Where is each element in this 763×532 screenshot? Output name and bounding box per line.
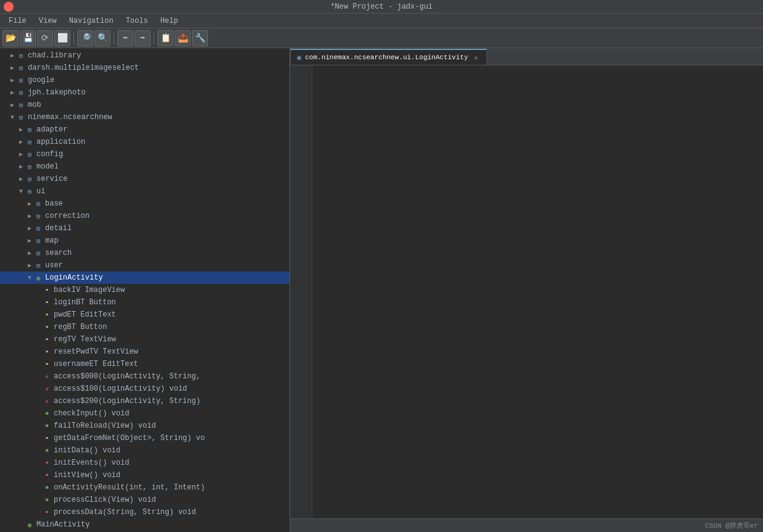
tab-label: com.ninemax.ncsearchnew.ui.LoginActivity bbox=[305, 54, 468, 61]
tree-node-label: backIV ImageView bbox=[54, 286, 287, 294]
tree-item[interactable]: ▪ backIV ImageView bbox=[0, 284, 290, 296]
tree-node-label: initView() void bbox=[54, 471, 287, 480]
tree-node-icon: ⊞ bbox=[33, 223, 43, 233]
tree-node-label: map bbox=[45, 236, 287, 245]
tree-node-label: base bbox=[45, 199, 287, 208]
tree-item[interactable]: ▪ processData(String, String) void bbox=[0, 506, 290, 518]
tree-item[interactable]: ▼ ⊞ ui bbox=[0, 185, 290, 197]
tree-arrow bbox=[35, 373, 42, 380]
tree-item[interactable]: ▶ ⊞ base bbox=[0, 197, 290, 210]
tree-item[interactable]: ▶ ⊞ config bbox=[0, 148, 290, 160]
tree-item[interactable]: ▪ initView() void bbox=[0, 469, 290, 481]
tree-item[interactable]: ▶ ⊞ search bbox=[0, 247, 290, 259]
code-editor[interactable] bbox=[290, 65, 763, 518]
tree-item[interactable]: ▶ ⊞ model bbox=[0, 160, 290, 173]
tree-arrow: ▶ bbox=[26, 225, 33, 232]
toolbar-back[interactable]: ⬅ bbox=[117, 30, 133, 46]
toolbar-export[interactable]: 📤 bbox=[175, 30, 191, 46]
tree-item[interactable]: ▪ initEvents() void bbox=[0, 457, 290, 469]
tree-item[interactable]: ▶ ⊞ mob bbox=[0, 99, 290, 111]
toolbar-open[interactable]: 📂 bbox=[2, 30, 19, 46]
tree-arrow: ▶ bbox=[26, 200, 33, 207]
tree-item[interactable]: ▼ ◉ LoginActivity bbox=[0, 272, 290, 284]
tree-node-label: MainActivity bbox=[36, 520, 287, 529]
tree-item[interactable]: ▶ ⊞ service bbox=[0, 173, 290, 185]
file-tree: ▶ ⊞ chad.library ▶ ⊞ darsh.multipleimage… bbox=[0, 48, 290, 532]
toolbar: 📂 💾 ⟳ ⬜ 🔎 🔍 ⬅ ➡ 📋 📤 🔧 bbox=[0, 28, 763, 48]
tree-item[interactable]: ▪ pwdET EditText bbox=[0, 309, 290, 321]
tree-node-label: search bbox=[45, 249, 287, 257]
tree-item[interactable]: ▶ ⊞ chad.library bbox=[0, 49, 290, 62]
tree-item[interactable]: ⚡ access$200(LoginActivity, String) bbox=[0, 395, 290, 407]
tree-node-icon: ● bbox=[42, 446, 52, 455]
menu-tools[interactable]: Tools bbox=[120, 15, 154, 27]
tree-item[interactable]: ● checkInput() void bbox=[0, 407, 290, 420]
tree-node-label: access$200(LoginActivity, String) bbox=[54, 397, 287, 405]
tree-item[interactable]: ● initData() void bbox=[0, 444, 290, 457]
window-icon bbox=[4, 2, 14, 12]
tree-item[interactable]: ● failToReload(View) void bbox=[0, 420, 290, 432]
tree-node-icon: ● bbox=[42, 409, 52, 418]
tree-item[interactable]: ▪ regTV TextView bbox=[0, 333, 290, 346]
toolbar-copy[interactable]: 📋 bbox=[157, 30, 173, 46]
toolbar-find[interactable]: 🔍 bbox=[94, 30, 110, 46]
tree-item[interactable]: ▶ ⊞ application bbox=[0, 136, 290, 148]
status-bar: CSDN @胖虎哥er bbox=[290, 518, 763, 532]
tree-node-icon: ▪ bbox=[42, 335, 52, 344]
tree-arrow bbox=[35, 484, 42, 491]
tree-arrow bbox=[17, 521, 25, 528]
toolbar-save[interactable]: 💾 bbox=[20, 30, 36, 46]
tree-item[interactable]: ● processClick(View) void bbox=[0, 494, 290, 506]
toolbar-settings[interactable]: 🔧 bbox=[192, 30, 208, 46]
menu-view[interactable]: View bbox=[33, 15, 63, 27]
tree-item[interactable]: ▪ usernameET EditText bbox=[0, 358, 290, 370]
tree-item[interactable]: ▶ ⊞ detail bbox=[0, 222, 290, 235]
toolbar-forward[interactable]: ➡ bbox=[135, 30, 151, 46]
tree-arrow bbox=[35, 348, 42, 355]
tree-item[interactable]: ▪ getDataFromNet(Object>, String) vo bbox=[0, 432, 290, 444]
tree-arrow bbox=[35, 410, 42, 417]
tree-item[interactable]: ▶ ⊞ google bbox=[0, 74, 290, 86]
tree-item[interactable]: ▶ ⊞ map bbox=[0, 235, 290, 247]
tree-node-icon: ⊞ bbox=[16, 51, 26, 60]
tree-item[interactable]: ▶ ⊞ user bbox=[0, 259, 290, 272]
tree-node-label: failToReload(View) void bbox=[54, 422, 287, 430]
tree-node-icon: ⊞ bbox=[16, 88, 26, 98]
tree-arrow bbox=[35, 509, 42, 516]
menu-bar: File View Navigation Tools Help bbox=[0, 14, 763, 28]
tree-node-label: pwdET EditText bbox=[54, 310, 287, 319]
tree-item[interactable]: ◉ MainActivity bbox=[0, 518, 290, 531]
tree-item[interactable]: ▶ ⊞ correction bbox=[0, 210, 290, 222]
tree-item[interactable]: ▶ ⊞ jph.takephoto bbox=[0, 86, 290, 99]
tree-item[interactable]: ▪ loginBT Button bbox=[0, 296, 290, 309]
menu-help[interactable]: Help bbox=[154, 15, 185, 27]
tree-node-icon: ⚡ bbox=[42, 372, 52, 381]
tree-node-icon: ⚡ bbox=[42, 384, 52, 394]
toolbar-refresh[interactable]: ⟳ bbox=[37, 30, 53, 46]
tree-node-icon: ▪ bbox=[42, 507, 52, 517]
menu-file[interactable]: File bbox=[2, 15, 33, 27]
tab-close-button[interactable]: ✕ bbox=[472, 53, 480, 62]
tree-item[interactable]: ▪ regBT Button bbox=[0, 321, 290, 333]
tree-node-icon: ⚡ bbox=[42, 396, 52, 406]
tree-item[interactable]: ⚡ access$000(LoginActivity, String, bbox=[0, 370, 290, 383]
tree-arrow bbox=[35, 311, 42, 318]
tree-node-label: config bbox=[36, 150, 287, 159]
tree-node-label: chad.library bbox=[28, 51, 287, 60]
tree-item[interactable]: ⚡ access$100(LoginActivity) void bbox=[0, 383, 290, 395]
menu-navigation[interactable]: Navigation bbox=[63, 15, 120, 27]
tree-node-label: service bbox=[36, 175, 287, 183]
tree-item[interactable]: ▪ resetPwdTV TextView bbox=[0, 346, 290, 358]
tree-item[interactable]: ▶ ⊞ adapter bbox=[0, 123, 290, 136]
toolbar-search[interactable]: 🔎 bbox=[77, 30, 93, 46]
tree-arrow: ▶ bbox=[9, 101, 16, 109]
tree-node-label: processClick(View) void bbox=[54, 496, 287, 504]
toolbar-stop[interactable]: ⬜ bbox=[54, 30, 70, 46]
tree-item[interactable]: ▶ ⊞ darsh.multipleimageselect bbox=[0, 62, 290, 74]
tree-item[interactable]: ● onActivityResult(int, int, Intent) bbox=[0, 481, 290, 494]
title-bar: *New Project - jadx-gui bbox=[0, 0, 763, 14]
tree-arrow bbox=[35, 299, 42, 306]
editor-tab-loginactivity[interactable]: ◉ com.ninemax.ncsearchnew.ui.LoginActivi… bbox=[290, 49, 487, 65]
tree-item[interactable]: ▼ ⊞ ninemax.ncsearchnew bbox=[0, 111, 290, 123]
tree-node-label: resetPwdTV TextView bbox=[54, 347, 287, 356]
